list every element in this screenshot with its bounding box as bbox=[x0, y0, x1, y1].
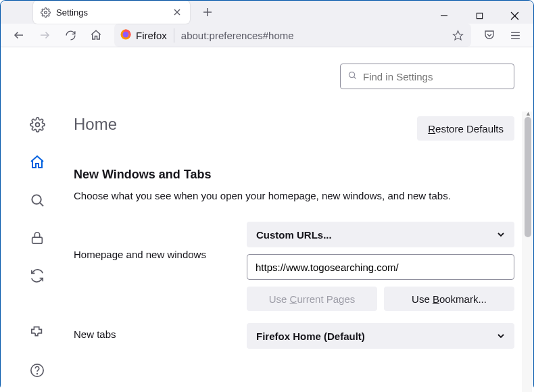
reload-button[interactable] bbox=[59, 24, 82, 47]
select-value: Custom URLs... bbox=[256, 229, 332, 241]
homepage-url-input[interactable] bbox=[247, 254, 514, 280]
select-value: Firefox Home (Default) bbox=[256, 330, 365, 342]
scroll-up-icon[interactable]: ▲ bbox=[525, 110, 531, 117]
url-text: about:preferences#home bbox=[181, 30, 450, 41]
url-bar[interactable]: Firefox about:preferences#home bbox=[114, 24, 471, 47]
window-controls bbox=[429, 1, 529, 30]
settings-search[interactable] bbox=[340, 64, 514, 89]
home-button[interactable] bbox=[84, 24, 107, 47]
minimize-button[interactable] bbox=[429, 4, 459, 27]
svg-line-19 bbox=[39, 202, 43, 205]
svg-point-12 bbox=[123, 31, 129, 37]
svg-point-18 bbox=[32, 195, 41, 203]
settings-search-input[interactable] bbox=[363, 71, 507, 82]
new-tab-button[interactable] bbox=[198, 3, 217, 22]
gear-icon bbox=[40, 7, 51, 18]
newtabs-select[interactable]: Firefox Home (Default) bbox=[247, 323, 514, 349]
forward-button[interactable] bbox=[33, 24, 56, 47]
vertical-scrollbar[interactable]: ▲ bbox=[523, 112, 532, 392]
firefox-logo-icon bbox=[120, 28, 132, 43]
maximize-button[interactable] bbox=[464, 4, 494, 27]
svg-point-17 bbox=[35, 122, 39, 126]
chevron-down-icon bbox=[497, 330, 505, 342]
search-icon bbox=[347, 70, 358, 82]
sidebar-item-extensions[interactable] bbox=[28, 323, 47, 342]
sidebar-item-home[interactable] bbox=[28, 153, 47, 172]
svg-rect-20 bbox=[32, 237, 43, 243]
section-title: New Windows and Tabs bbox=[74, 168, 514, 182]
tab-label: Settings bbox=[56, 7, 171, 18]
newtabs-label: New tabs bbox=[74, 323, 247, 340]
use-bookmark-button[interactable]: Use Bookmark... bbox=[384, 287, 514, 311]
restore-defaults-button[interactable]: Restore Defaults bbox=[417, 116, 514, 141]
close-window-button[interactable] bbox=[500, 4, 529, 27]
sidebar-item-help[interactable] bbox=[28, 361, 47, 380]
homepage-mode-select[interactable]: Custom URLs... bbox=[247, 222, 514, 247]
sidebar-item-privacy[interactable] bbox=[28, 228, 47, 247]
identity-box: Firefox bbox=[120, 28, 174, 43]
sidebar-item-general[interactable] bbox=[28, 115, 47, 134]
chevron-down-icon bbox=[497, 229, 505, 241]
svg-point-22 bbox=[37, 374, 38, 374]
back-button[interactable] bbox=[7, 24, 30, 47]
svg-point-0 bbox=[44, 11, 47, 14]
sidebar-item-search[interactable] bbox=[28, 191, 47, 210]
homepage-label: Homepage and new windows bbox=[74, 222, 247, 260]
svg-line-24 bbox=[354, 76, 356, 78]
svg-marker-13 bbox=[453, 30, 462, 39]
use-current-pages-button[interactable]: Use Current Pages bbox=[247, 287, 377, 311]
close-icon[interactable] bbox=[171, 6, 183, 18]
identity-label: Firefox bbox=[136, 30, 167, 41]
sidebar-item-sync[interactable] bbox=[28, 266, 47, 285]
tab-strip: Settings bbox=[1, 1, 533, 24]
browser-tab[interactable]: Settings bbox=[33, 1, 190, 24]
scrollbar-thumb[interactable] bbox=[525, 117, 531, 237]
section-description: Choose what you see when you open your h… bbox=[74, 189, 514, 203]
settings-sidebar bbox=[1, 47, 74, 392]
svg-rect-6 bbox=[477, 13, 482, 18]
